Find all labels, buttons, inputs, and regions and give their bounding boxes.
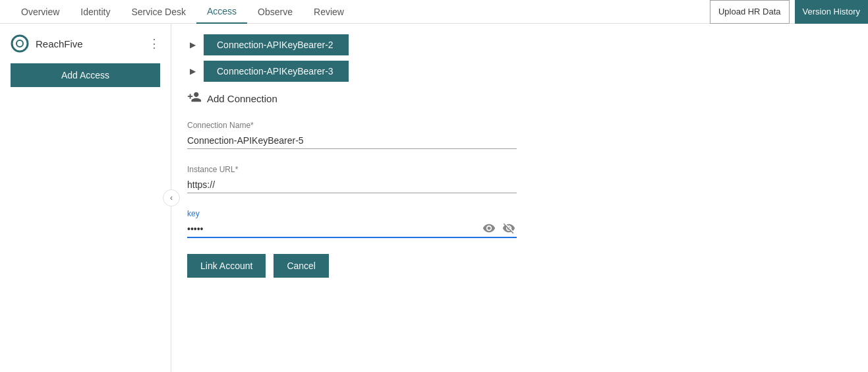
app-logo — [11, 34, 29, 53]
chevron-expand-2[interactable]: ▶ — [187, 39, 198, 51]
chevron-expand-3[interactable]: ▶ — [187, 65, 198, 77]
link-account-button[interactable]: Link Account — [187, 254, 266, 278]
sidebar-menu-icon[interactable]: ⋮ — [148, 36, 160, 51]
add-connection-label: Add Connection — [207, 93, 277, 104]
form-actions: Link Account Cancel — [187, 254, 852, 278]
connection-badge-3[interactable]: Connection-APIKeyBearer-3 — [204, 61, 349, 82]
version-history-button[interactable]: Version History — [795, 0, 868, 24]
instance-url-input[interactable] — [187, 177, 517, 193]
connection-item-3: ▶ Connection-APIKeyBearer-3 — [187, 61, 852, 82]
nav-identity[interactable]: Identity — [70, 0, 121, 24]
nav-review[interactable]: Review — [303, 0, 355, 24]
key-icons — [481, 220, 517, 239]
connection-item-2: ▶ Connection-APIKeyBearer-2 — [187, 34, 852, 55]
add-connection-header: Add Connection — [187, 90, 852, 108]
nav-service-desk[interactable]: Service Desk — [121, 0, 196, 24]
key-field-wrapper — [187, 221, 517, 238]
svg-point-1 — [16, 40, 23, 47]
connection-name-group: Connection Name — [187, 121, 517, 149]
main-layout: ReachFive ⋮ Add Access ‹ ▶ Connection-AP… — [0, 24, 868, 372]
add-access-button[interactable]: Add Access — [11, 63, 160, 87]
key-label: key — [187, 209, 517, 218]
top-nav: Overview Identity Service Desk Access Ob… — [0, 0, 868, 24]
add-person-icon — [187, 90, 202, 108]
upload-hr-button[interactable]: Upload HR Data — [710, 0, 790, 24]
sidebar: ReachFive ⋮ Add Access ‹ — [0, 24, 171, 372]
instance-url-label: Instance URL — [187, 165, 517, 174]
cancel-button[interactable]: Cancel — [274, 254, 329, 278]
key-input[interactable] — [187, 221, 517, 238]
sidebar-app-name: ReachFive — [36, 38, 142, 49]
hide-key-button[interactable] — [501, 220, 517, 239]
nav-overview[interactable]: Overview — [11, 0, 70, 24]
nav-access[interactable]: Access — [196, 0, 247, 24]
connection-name-input[interactable] — [187, 133, 517, 149]
connection-badge-2[interactable]: Connection-APIKeyBearer-2 — [204, 34, 349, 55]
content-area: ▶ Connection-APIKeyBearer-2 ▶ Connection… — [171, 24, 868, 372]
collapse-sidebar-button[interactable]: ‹ — [163, 189, 180, 206]
key-group: key — [187, 209, 517, 238]
connection-name-label: Connection Name — [187, 121, 517, 130]
show-key-button[interactable] — [481, 220, 497, 239]
svg-point-0 — [12, 36, 28, 51]
nav-observe[interactable]: Observe — [247, 0, 303, 24]
sidebar-header: ReachFive ⋮ — [0, 24, 171, 63]
instance-url-group: Instance URL — [187, 165, 517, 193]
